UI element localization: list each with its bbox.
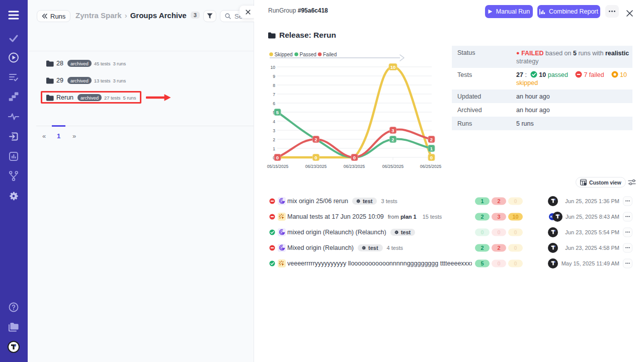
svg-text:0: 0 (353, 155, 356, 160)
svg-text:Skipped: Skipped (275, 52, 293, 57)
svg-text:2: 2 (273, 137, 275, 142)
svg-text:8: 8 (273, 83, 275, 88)
svg-text:5: 5 (276, 110, 279, 115)
svg-text:3: 3 (273, 128, 275, 133)
svg-text:10: 10 (271, 65, 276, 70)
svg-text:06/25/2025: 06/25/2025 (382, 164, 404, 169)
svg-text:7: 7 (273, 92, 275, 97)
svg-text:1: 1 (430, 146, 433, 151)
svg-text:2: 2 (391, 137, 394, 142)
svg-text:06/23/2025: 06/23/2025 (344, 164, 365, 169)
svg-text:2: 2 (314, 137, 317, 142)
svg-text:0: 0 (430, 155, 433, 160)
svg-text:0: 0 (276, 155, 279, 160)
svg-text:2: 2 (430, 137, 433, 142)
svg-text:4: 4 (273, 119, 275, 124)
svg-text:6: 6 (273, 101, 275, 106)
svg-text:Passed: Passed (300, 52, 316, 57)
svg-text:9: 9 (273, 74, 275, 79)
svg-text:Failed: Failed (323, 52, 337, 57)
svg-text:06/25/2025: 06/25/2025 (420, 164, 442, 169)
svg-text:3: 3 (391, 128, 394, 133)
svg-text:05/15/2025: 05/15/2025 (267, 164, 289, 169)
svg-text:1: 1 (273, 146, 275, 151)
svg-text:06/23/2025: 06/23/2025 (305, 164, 327, 169)
svg-text:10: 10 (390, 64, 396, 70)
svg-text:0: 0 (314, 155, 317, 160)
